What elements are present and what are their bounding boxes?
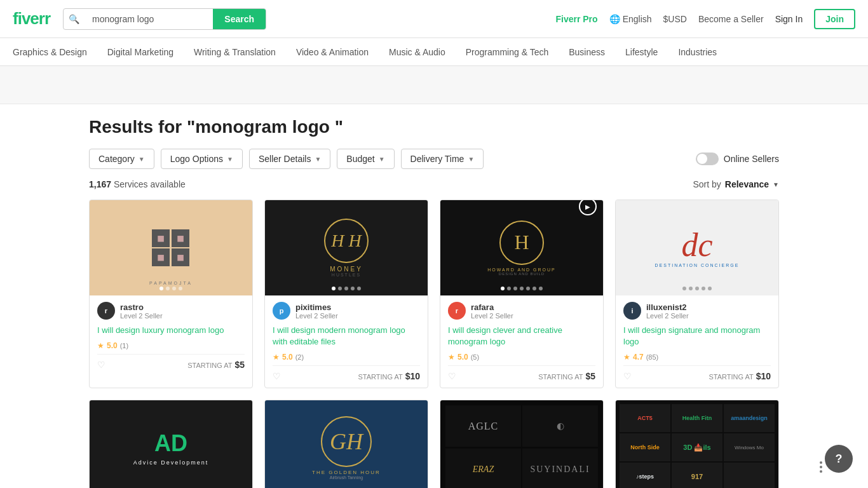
card-thumbnail-4: dc DESTINATION CONCIERGE (616, 200, 778, 295)
favorite-button-1[interactable]: ♡ (97, 360, 105, 370)
fiverr-logo[interactable]: fiverr (13, 9, 50, 29)
card-rating-1: ★ 5.0 (1) (97, 341, 245, 350)
cat-nav-lifestyle[interactable]: Lifestyle (615, 38, 668, 66)
card-footer-4: ♡ STARTING AT $10 (623, 365, 771, 381)
card-footer-3: ♡ STARTING AT $5 (448, 365, 595, 381)
results-meta: 1,167 Services available Sort by Relevan… (89, 179, 779, 189)
cat-nav-industries[interactable]: Industries (668, 38, 727, 66)
chevron-down-icon: ▼ (773, 181, 779, 188)
seller-info-1: r rastro Level 2 Seller (97, 302, 245, 320)
chevron-down-icon: ▼ (315, 156, 321, 163)
card-thumbnail-3: H HOWARD AND GROUP DESIGN AND BUILD ▶ (440, 200, 603, 295)
card-title-2: I will design modern monogram logo with … (273, 325, 420, 348)
starting-at-4: STARTING AT $10 (709, 371, 771, 381)
card-body-1: r rastro Level 2 Seller I will design lu… (90, 295, 252, 376)
filters-bar: Category ▼ Logo Options ▼ Seller Details… (89, 149, 779, 169)
online-sellers-filter: Online Sellers (696, 152, 779, 165)
rating-value-4: 4.7 (633, 353, 644, 362)
cat-nav-graphics[interactable]: Graphics & Design (13, 38, 97, 66)
search-bar: 🔍 Search (63, 8, 266, 30)
card-body-2: p pixitimes Level 2 Seller I will design… (265, 295, 428, 388)
gig-card-3[interactable]: H HOWARD AND GROUP DESIGN AND BUILD ▶ r … (440, 200, 604, 388)
card-rating-4: ★ 4.7 (85) (623, 353, 771, 362)
gig-card-8[interactable]: ACT5 Health Fitn amaandesign North Side … (615, 400, 779, 488)
starting-at-3: STARTING AT $5 (538, 371, 595, 381)
filter-category[interactable]: Category ▼ (89, 149, 154, 169)
gig-card-2[interactable]: H H MONEY HUSTLES p pixitimes Level 2 Se… (264, 200, 428, 388)
card-title-3: I will design clever and creative monogr… (448, 325, 595, 348)
help-button[interactable]: ? (825, 445, 853, 473)
rating-count-3: (5) (471, 353, 479, 361)
price-2: $10 (405, 371, 420, 381)
golden-hour-logo: GH THE GOLDEN HOUR Airbrush Tanning (312, 416, 381, 480)
seller-level-2: Level 2 Seller (295, 312, 338, 320)
seller-avatar-3: r (448, 302, 466, 320)
filter-seller-details[interactable]: Seller Details ▼ (249, 149, 330, 169)
card-rating-2: ★ 5.0 (2) (273, 353, 420, 362)
image-dots-4 (682, 287, 712, 290)
language-selector[interactable]: 🌐 English (609, 14, 652, 24)
starting-at-2: STARTING AT $10 (358, 371, 420, 381)
card-footer-1: ♡ STARTING AT $5 (97, 354, 245, 370)
seller-name-3: rafara (471, 302, 513, 312)
card-title-1: I will design luxury monogram logo (97, 325, 245, 336)
price-4: $10 (756, 371, 771, 381)
gig-card-6[interactable]: GH THE GOLDEN HOUR Airbrush Tanning g go… (264, 400, 428, 488)
star-icon: ★ (273, 353, 280, 362)
cat-nav-writing[interactable]: Writing & Translation (184, 38, 286, 66)
seller-meta-4: illuxenist2 Level 2 Seller (646, 302, 689, 320)
advice-dev-logo: AD Advice Development (121, 417, 222, 478)
dot-line-3 (820, 470, 822, 473)
cat-nav-digital-marketing[interactable]: Digital Marketing (97, 38, 184, 66)
chevron-down-icon: ▼ (379, 156, 385, 163)
image-dots-3 (501, 287, 543, 290)
sort-by[interactable]: Sort by Relevance ▼ (693, 179, 779, 189)
seller-info-3: r rafara Level 2 Seller (448, 302, 595, 320)
search-button[interactable]: Search (213, 9, 266, 29)
currency-selector[interactable]: $USD (663, 14, 687, 24)
hero-strip (0, 66, 868, 104)
main-content: Results for "monogram logo " Category ▼ … (0, 104, 868, 488)
card-body-4: i illuxenist2 Level 2 Seller I will desi… (616, 295, 778, 388)
card-thumbnail-1: ■ ■ ■ ■ PAPAMOJTA (90, 200, 252, 295)
play-button-icon[interactable]: ▶ (579, 200, 597, 215)
cat-nav-video[interactable]: Video & Animation (286, 38, 379, 66)
become-seller-link[interactable]: Become a Seller (698, 14, 764, 24)
seller-level-4: Level 2 Seller (646, 312, 689, 320)
online-sellers-toggle[interactable] (696, 152, 719, 165)
chevron-down-icon: ▼ (468, 156, 474, 163)
online-sellers-label: Online Sellers (724, 154, 779, 164)
rating-count-4: (85) (646, 353, 659, 361)
header: fiverr 🔍 Search Fiverr Pro 🌐 English $US… (0, 0, 868, 38)
join-button[interactable]: Join (814, 9, 855, 29)
seller-name-2: pixitimes (295, 302, 338, 312)
filter-budget[interactable]: Budget ▼ (337, 149, 394, 169)
favorite-button-2[interactable]: ♡ (273, 371, 281, 381)
gig-card-7[interactable]: AGLC ◐ ERAZ SUYINDALI e eraz_design Leve… (440, 400, 604, 488)
fiverr-pro-link[interactable]: Fiverr Pro (555, 14, 597, 24)
seller-level-3: Level 2 Seller (471, 312, 513, 320)
gig-card-4[interactable]: dc DESTINATION CONCIERGE i illuxenist2 L… (615, 200, 779, 388)
seller-avatar-2: p (273, 302, 290, 320)
cat-nav-business[interactable]: Business (559, 38, 615, 66)
card-thumbnail-7: AGLC ◐ ERAZ SUYINDALI (440, 400, 603, 488)
search-input[interactable] (85, 9, 213, 29)
card-title-4: I will design signature and monogram log… (623, 325, 771, 348)
results-count: 1,167 Services available (89, 179, 186, 189)
gig-card-1[interactable]: ■ ■ ■ ■ PAPAMOJTA r rastro Level 2 Sell (89, 200, 253, 388)
card-body-3: r rafara Level 2 Seller I will design cl… (440, 295, 603, 388)
cat-nav-music[interactable]: Music & Audio (379, 38, 456, 66)
help-menu-dots[interactable] (820, 461, 822, 473)
price-3: $5 (585, 371, 595, 381)
filter-logo-options[interactable]: Logo Options ▼ (161, 149, 243, 169)
favorite-button-4[interactable]: ♡ (623, 371, 632, 381)
sign-in-link[interactable]: Sign In (775, 14, 803, 24)
favorite-button-3[interactable]: ♡ (448, 371, 456, 381)
cat-nav-programming[interactable]: Programming & Tech (456, 38, 559, 66)
rating-value-1: 5.0 (107, 341, 118, 350)
dot-line-1 (820, 461, 822, 464)
rating-count-1: (1) (120, 342, 128, 349)
seller-meta-3: rafara Level 2 Seller (471, 302, 513, 320)
filter-delivery-time[interactable]: Delivery Time ▼ (401, 149, 484, 169)
gig-card-5[interactable]: AD Advice Development a advice_dev Level… (89, 400, 253, 488)
